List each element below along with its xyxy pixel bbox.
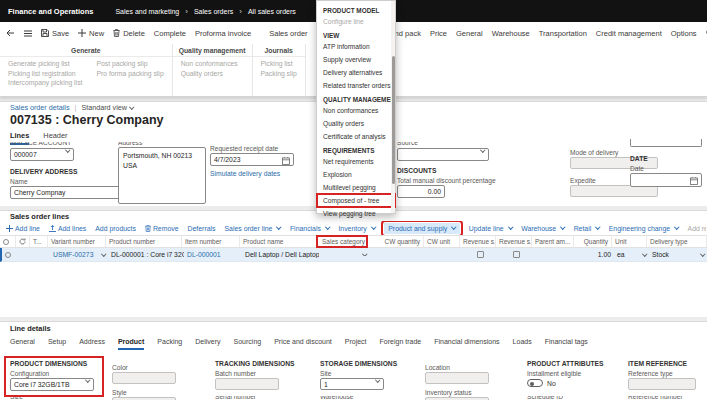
tab-transportation[interactable]: Transportation <box>539 29 587 38</box>
cell-unit[interactable]: ea <box>614 251 649 258</box>
line-details-tab[interactable]: Delivery <box>195 338 220 350</box>
simulate-delivery-dates-link[interactable]: Simulate delivery dates <box>210 170 280 177</box>
line-details-tab[interactable]: General <box>10 338 35 350</box>
column-header-delivery-type[interactable]: Delivery type <box>647 236 707 247</box>
record-select-icon[interactable] <box>2 252 18 258</box>
line-details-tab[interactable]: Setup <box>48 338 66 350</box>
warehouse-menu[interactable]: Warehouse <box>521 225 564 232</box>
source-combobox[interactable] <box>397 148 489 161</box>
flyout-menu-item[interactable]: Supply overview <box>317 53 395 66</box>
requested-receipt-date-input[interactable]: 4/7/2023 <box>210 153 294 166</box>
add-products-button[interactable]: Add products <box>95 225 136 232</box>
column-header-parent-amount[interactable]: Parent am... <box>532 236 574 247</box>
flyout-menu-item[interactable]: Net requirements <box>317 155 395 168</box>
cell-variant-number[interactable]: USMF-00273 <box>50 251 108 258</box>
invoice-account-combobox[interactable]: 000007 <box>10 148 74 161</box>
calendar-icon[interactable] <box>282 157 290 165</box>
column-header-item-number[interactable]: Item number <box>182 236 240 247</box>
save-button[interactable]: Save <box>41 29 69 38</box>
proforma-invoice-button[interactable]: Proforma invoice <box>195 29 251 38</box>
toggle-off-icon[interactable] <box>527 379 543 387</box>
flyout-menu-item[interactable]: Certificate of analysis <box>317 130 395 143</box>
cell-delivery-type[interactable]: Stock <box>649 251 707 258</box>
breadcrumb-item[interactable]: All sales orders <box>248 8 296 15</box>
tab-credit-management[interactable]: Credit management <box>596 29 662 38</box>
column-header-product-number[interactable]: Product number <box>106 236 182 247</box>
financials-menu[interactable]: Financials <box>290 225 330 232</box>
flyout-menu-item[interactable]: Delivery alternatives <box>317 66 395 79</box>
flyout-menu-item[interactable]: Multilevel pegging <box>317 181 395 194</box>
new-button[interactable]: New <box>78 29 104 38</box>
ribbon-item[interactable]: Pro forma packing slip <box>96 70 163 77</box>
tab-price[interactable]: Price <box>430 29 447 38</box>
flyout-menu-item[interactable]: ATP information <box>317 40 395 53</box>
flyout-menu-item[interactable]: Non conformances <box>317 104 395 117</box>
column-header-variant-number[interactable]: Variant number <box>48 236 106 247</box>
flyout-menu-item[interactable]: View pegging tree <box>317 207 395 220</box>
table-row[interactable]: USMF-00273 DL-000001 : Core i7 32GB... D… <box>0 248 707 262</box>
cell-quantity[interactable]: 1.00 <box>576 251 614 258</box>
ribbon-item[interactable]: Quality orders <box>181 70 238 77</box>
flyout-menu-item[interactable]: Explosion <box>317 168 395 181</box>
remove-button[interactable]: Remove <box>145 225 179 232</box>
standard-view-selector[interactable]: Standard view <box>81 103 133 112</box>
cell-product-name[interactable]: Dell Laptop / Dell Laptop <box>242 251 319 258</box>
update-line-menu[interactable]: Update line <box>469 225 512 232</box>
column-header-unit[interactable]: Unit <box>612 236 647 247</box>
column-header-quantity[interactable]: Quantity <box>574 236 612 247</box>
line-details-tab[interactable]: Price and discount <box>274 338 332 350</box>
engineering-change-menu[interactable]: Engineering change <box>609 225 679 232</box>
site-combobox[interactable]: 1 <box>320 378 384 390</box>
line-details-tab[interactable]: Financial dimensions <box>434 338 499 350</box>
line-details-tab[interactable]: Product <box>118 338 144 350</box>
line-details-tab[interactable]: Packing <box>157 338 182 350</box>
column-header-product-name[interactable]: Product name <box>240 236 317 247</box>
installment-eligible-toggle[interactable]: No <box>527 379 556 387</box>
line-details-tab[interactable]: Foreign trade <box>380 338 422 350</box>
date-input[interactable] <box>630 173 702 187</box>
hamburger-icon[interactable] <box>24 30 32 37</box>
flyout-menu-item[interactable]: Configure line <box>317 15 395 28</box>
delivery-address-textarea[interactable]: Portsmouth, NH 00213 USA <box>118 147 206 204</box>
ribbon-item[interactable]: Non conformances <box>181 60 238 67</box>
sales-order-details-link[interactable]: Sales order details <box>10 103 70 112</box>
add-lines-button[interactable]: Add lines <box>49 225 86 232</box>
column-header-t[interactable]: T... <box>30 236 48 247</box>
flyout-scrollbar[interactable] <box>391 1 395 213</box>
ribbon-item[interactable]: Generate picking list <box>8 60 82 67</box>
total-manual-discount-input[interactable]: 0.00 <box>397 185 445 198</box>
tab-warehouse[interactable]: Warehouse <box>492 29 530 38</box>
configuration-combobox[interactable]: Core i7 32GB/1TB <box>10 378 94 391</box>
add-line-button[interactable]: Add line <box>6 225 40 232</box>
ribbon-item[interactable]: Picking list <box>261 60 297 67</box>
select-all-record-icon[interactable] <box>0 236 16 247</box>
inventory-menu[interactable]: Inventory <box>338 225 375 232</box>
cell-sales-category[interactable] <box>319 253 369 257</box>
delete-button[interactable]: Delete <box>113 29 145 38</box>
ribbon-item[interactable]: Intercompany picking list <box>8 79 82 86</box>
column-header-cw-quantity[interactable]: CW quantity <box>367 236 424 247</box>
product-and-supply-menu[interactable]: Product and supply <box>384 223 460 234</box>
flyout-menu-item[interactable]: Composed of - tree <box>317 194 395 207</box>
column-header-revenue-s2[interactable]: Revenue s... <box>496 236 532 247</box>
refresh-icon[interactable] <box>16 236 30 247</box>
cell-revenue-s2-checkbox[interactable] <box>498 251 534 258</box>
column-header-revenue-s1[interactable]: Revenue s... <box>460 236 496 247</box>
app-title[interactable]: Finance and Operations <box>0 7 103 16</box>
line-details-tab[interactable]: Financial tags <box>545 338 588 350</box>
line-details-tab[interactable]: Sourcing <box>234 338 262 350</box>
tab-sales-order[interactable]: Sales order <box>269 29 307 38</box>
scrollbar-thumb[interactable] <box>392 56 395 184</box>
ribbon-item[interactable]: Post packing slip <box>96 60 163 67</box>
cell-item-number[interactable]: DL-000001 <box>184 251 242 258</box>
flyout-menu-item[interactable]: Related transfer orders <box>317 79 395 92</box>
sales-order-line-menu[interactable]: Sales order line <box>225 225 281 232</box>
breadcrumb-item[interactable]: Sales and marketing <box>115 7 194 16</box>
cell-revenue-s1-checkbox[interactable] <box>462 251 498 258</box>
line-details-tab[interactable]: Address <box>79 338 105 350</box>
flyout-menu-item[interactable]: Quality orders <box>317 117 395 130</box>
deferrals-button[interactable]: Deferrals <box>188 225 216 232</box>
column-header-sales-category[interactable]: Sales category <box>317 236 367 247</box>
ribbon-item[interactable]: Picking list registration <box>8 70 82 77</box>
tab-general[interactable]: General <box>456 29 483 38</box>
